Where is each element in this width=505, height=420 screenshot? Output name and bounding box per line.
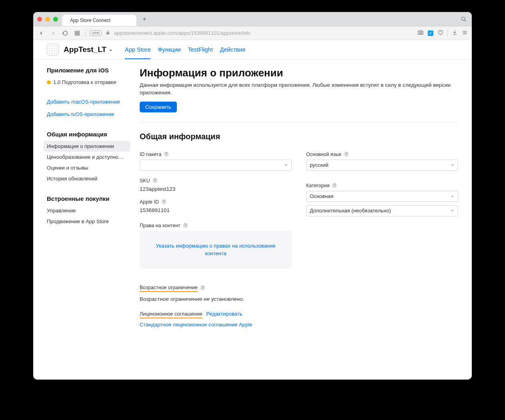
app-header: AppTest_LT App Store Функции TestFlight … (33, 40, 472, 60)
svg-rect-4 (75, 34, 77, 35)
chevron-down-icon (450, 208, 455, 213)
heart-icon[interactable] (437, 30, 443, 37)
help-icon[interactable]: ? (152, 178, 158, 183)
url-text[interactable]: appstoreconnect.apple.com/apps/153689110… (114, 30, 413, 36)
svg-rect-2 (75, 31, 77, 32)
value-apple-id: 1536891101 (140, 207, 292, 213)
main-panel: Информация о приложении Данная информаци… (140, 67, 458, 364)
page-title: Информация о приложении (140, 67, 458, 79)
download-icon[interactable] (452, 30, 458, 37)
apps-icon[interactable] (73, 30, 81, 36)
primary-lang-select[interactable]: русский (306, 160, 458, 171)
chevron-down-icon (450, 194, 455, 198)
tab-testflight[interactable]: TestFlight (188, 41, 213, 59)
shield-icon[interactable] (428, 30, 433, 36)
maximize-window[interactable] (53, 17, 58, 22)
label-license-row: Лицензионное соглашение Редактировать (140, 311, 292, 318)
menu-icon[interactable] (462, 30, 468, 37)
tab-features[interactable]: Функции (158, 41, 180, 59)
svg-point-6 (420, 32, 422, 34)
status-dot-icon (47, 80, 51, 84)
new-tab-button[interactable]: + (139, 14, 150, 25)
content-rights-link[interactable]: Указать информацию о правах на использов… (156, 243, 275, 257)
help-icon[interactable]: ? (200, 285, 205, 290)
search-icon[interactable] (458, 14, 469, 25)
tab-actions[interactable]: Действия (220, 41, 246, 59)
page-subtitle: Данная информация используется для всех … (140, 82, 458, 97)
content-rights-box: Указать информацию о правах на использов… (140, 231, 292, 269)
label-content-rights: Права на контент ? (140, 223, 292, 228)
sidebar-item-version[interactable]: 1.0 Подготовка к отправке (47, 77, 127, 88)
camera-icon[interactable] (417, 29, 424, 37)
section-title: Общая информация (140, 132, 458, 141)
sidebar: Приложение для iOS 1.0 Подготовка к отпр… (47, 67, 127, 364)
label-license: Лицензионное соглашение (140, 311, 202, 318)
lock-icon (106, 30, 110, 36)
svg-point-0 (462, 17, 465, 20)
forward-button[interactable] (49, 30, 57, 36)
save-button[interactable]: Сохранить (140, 102, 177, 112)
tab-appstore[interactable]: App Store (125, 41, 151, 59)
label-bundle-id: ID пакета ? (140, 152, 292, 157)
url-bar: VPN appstoreconnect.apple.com/apps/15368… (33, 26, 472, 40)
value-age-rating: Возрастное ограничение не установлено. (140, 296, 292, 302)
divider (140, 122, 458, 122)
chevron-down-icon (450, 163, 455, 167)
label-age-rating-row: Возрастное ограничение ? (140, 285, 292, 292)
std-license-link[interactable]: Стандартное лицензионное соглашение Appl… (140, 322, 292, 328)
sidebar-item-history[interactable]: История обновлений (47, 173, 127, 184)
category-primary-select[interactable]: Основная (306, 191, 458, 202)
help-icon[interactable]: ? (344, 152, 349, 157)
left-column: ID пакета ? SKU ? 123apptest123 (140, 144, 292, 328)
label-primary-lang: Основной язык ? (306, 152, 458, 157)
sidebar-item-ratings[interactable]: Оценки и отзывы (47, 162, 127, 173)
app-icon-placeholder (47, 44, 59, 56)
help-icon[interactable]: ? (161, 199, 166, 204)
window-controls (37, 17, 58, 22)
toolbar-right (417, 29, 468, 37)
label-age-rating: Возрастное ограничение (140, 285, 198, 292)
sidebar-item-app-info[interactable]: Информация о приложении (44, 141, 130, 152)
sidebar-heading-general: Общая информация (47, 131, 127, 138)
tab-bar: App Store Connect + (33, 12, 472, 26)
app-tabs: App Store Функции TestFlight Действия (125, 41, 245, 59)
sidebar-item-pricing[interactable]: Ценообразование и доступно… (47, 152, 127, 162)
label-sku: SKU ? (140, 178, 292, 184)
svg-rect-3 (78, 31, 79, 32)
back-button[interactable] (37, 30, 45, 36)
label-category: Категория ? (306, 183, 458, 188)
sidebar-heading-ios: Приложение для iOS (47, 67, 127, 74)
close-window[interactable] (37, 17, 42, 22)
vpn-badge[interactable]: VPN (90, 30, 102, 36)
minimize-window[interactable] (45, 17, 50, 22)
browser-window: App Store Connect + VPN appstoreconnect.… (33, 12, 472, 380)
bundle-id-select[interactable] (140, 160, 292, 171)
app-name-dropdown[interactable]: AppTest_LT (64, 45, 113, 54)
right-column: Основной язык ? русский Категория ? (306, 144, 458, 328)
sidebar-link-add-tvos[interactable]: Добавить tvOS-приложение (47, 109, 127, 120)
sidebar-heading-iap: Встроенные покупки (47, 195, 127, 202)
svg-line-1 (465, 20, 466, 21)
help-icon[interactable]: ? (183, 223, 188, 228)
label-apple-id: Apple ID ? (140, 199, 292, 205)
browser-tab[interactable]: App Store Connect (62, 15, 136, 26)
sidebar-item-manage[interactable]: Управление (47, 205, 127, 216)
help-icon[interactable]: ? (164, 152, 169, 157)
content: Приложение для iOS 1.0 Подготовка к отпр… (33, 60, 472, 380)
help-icon[interactable]: ? (332, 183, 337, 188)
chevron-down-icon (284, 163, 288, 167)
reload-button[interactable] (61, 30, 69, 36)
tab-title: App Store Connect (70, 18, 110, 23)
sidebar-link-add-macos[interactable]: Добавить macOS-приложение (47, 96, 127, 107)
value-sku: 123apptest123 (140, 186, 292, 192)
category-secondary-select[interactable]: Дополнительная (необязательно) (306, 205, 458, 216)
svg-rect-5 (78, 34, 79, 35)
sidebar-item-promote[interactable]: Продвижение в App Store (47, 216, 127, 227)
edit-license-link[interactable]: Редактировать (206, 311, 242, 317)
